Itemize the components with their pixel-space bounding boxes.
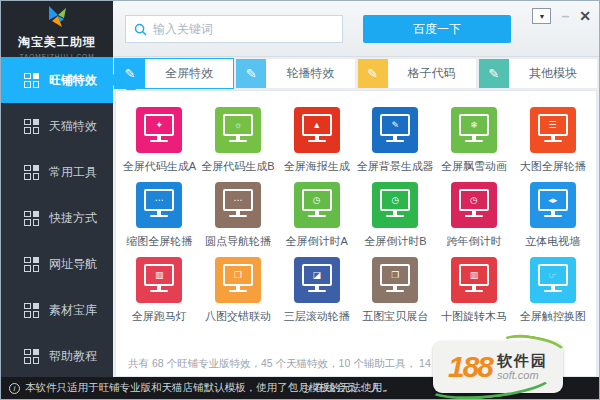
monitor-icon: ☞ [538,264,568,286]
app-icon: ▲ [294,107,340,153]
app-window: 淘宝美工助理 TAOMEIZHULI.COM 百度一下 ▼ – ✕ 旺铺特效 [0,0,600,400]
app-item[interactable]: ⋯ 圆点导航轮播 [199,182,278,257]
app-item[interactable]: ▥ 十图旋转木马 [435,257,514,332]
skin-menu-button[interactable]: ▼ [532,8,551,24]
sidebar-item[interactable]: 天猫特效 [1,103,113,149]
app-item[interactable]: ▲ 全屏海报生成 [277,107,356,182]
app-item[interactable]: ◂▸ 立体电视墙 [513,182,592,257]
app-item-label: 大图全屏轮播 [513,159,592,174]
search-input[interactable] [153,22,334,36]
sidebar-item[interactable]: 旺铺特效 [1,57,113,103]
online-members-status: ◷ 在线会员： 人， [301,381,391,395]
site-watermark: 188 软件园 soft.com [433,341,563,393]
tab[interactable]: ✎ 其他模块 [479,59,597,88]
clock-icon: ◷ [301,382,310,394]
info-icon: i [9,383,20,394]
close-button[interactable]: ✕ [579,8,591,24]
monitor-icon: ◂▸ [538,189,568,211]
baidu-search-button[interactable]: 百度一下 [363,15,511,43]
minimize-button[interactable]: – [561,11,569,21]
app-icon: ❐ [215,257,261,303]
app-item-label: 全屏触控换图 [513,309,592,324]
monitor-icon: ◷ [302,189,332,211]
grid-icon [24,349,39,364]
app-icon: ⋯ [136,182,182,228]
monitor-icon: ⋯ [223,189,253,211]
tab[interactable]: ✎ 全屏特效 [115,59,233,88]
app-item[interactable]: ❄ 全屏飘雪动画 [435,107,514,182]
grid-icon [24,257,39,272]
monitor-icon: ◷ [459,189,489,211]
grid-icon [24,211,39,226]
app-item[interactable]: ☰ 大图全屏轮播 [513,107,592,182]
tab-label: 全屏特效 [145,59,233,88]
app-item-label: 立体电视墙 [513,234,592,249]
monitor-icon: ◪ [302,264,332,286]
app-item[interactable]: ◷ 全屏倒计时B [356,182,435,257]
app-item[interactable]: ▥ 全屏跑马灯 [120,257,199,332]
app-icon: ◷ [372,182,418,228]
window-controls: ▼ – ✕ [532,8,591,24]
app-item[interactable]: ✎ 全屏背景生成器 [356,107,435,182]
app-item[interactable]: ◷ 跨年倒计时 [435,182,514,257]
app-item-label: 五图宝贝展台 [356,309,435,324]
monitor-icon: ▥ [459,264,489,286]
app-item-label: 全屏飘雪动画 [435,159,514,174]
app-item[interactable]: ◷ 全屏倒计时A [277,182,356,257]
app-item-label: 八图交错联动 [199,309,278,324]
app-icon: ❄ [451,107,497,153]
app-icon: ◂▸ [530,182,576,228]
app-item-label: 十图旋转木马 [435,309,514,324]
app-item-label: 全屏跑马灯 [120,309,199,324]
sidebar-nav: 旺铺特效 天猫特效 常用工具 快捷方式 网址导航 [1,57,113,377]
app-item-label: 缩图全屏轮播 [120,234,199,249]
app-item-label: 全屏代码生成B [199,159,278,174]
online-members-text: 在线会员： 人， [315,381,391,395]
app-item-label: 全屏海报生成 [277,159,356,174]
sidebar-item-label: 快捷方式 [49,210,97,227]
sidebar-item-label: 帮助教程 [49,348,97,365]
app-item[interactable]: ☼ 全屏代码生成B [199,107,278,182]
app-item[interactable]: ✦ 全屏代码生成A [120,107,199,182]
app-item[interactable]: ❐ 五图宝贝展台 [356,257,435,332]
search-box [125,15,343,43]
app-icon: ▥ [451,257,497,303]
app-item-label: 全屏倒计时B [356,234,435,249]
monitor-icon: ◷ [380,189,410,211]
monitor-icon: ❐ [380,264,410,286]
grid-icon [24,119,39,134]
app-item[interactable]: ⋯ 缩图全屏轮播 [120,182,199,257]
monitor-icon: ❐ [223,264,253,286]
main-area: ✎ 全屏特效 ✎ 轮播特效 ✎ 格子代码 ✎ 其他模块 [113,57,599,377]
app-icon: ✎ [372,107,418,153]
app-icon: ☰ [530,107,576,153]
app-icon: ▥ [136,257,182,303]
sidebar-item-label: 常用工具 [49,164,97,181]
sidebar-item-label: 网址导航 [49,256,97,273]
monitor-icon: ✎ [380,114,410,136]
app-icon: ◷ [451,182,497,228]
app-item-label: 全屏代码生成A [120,159,199,174]
sidebar-item[interactable]: 素材宝库 [1,287,113,333]
sidebar-item[interactable]: 网址导航 [1,241,113,287]
app-item[interactable]: ❐ 八图交错联动 [199,257,278,332]
app-item[interactable]: ◪ 三层滚动轮播 [277,257,356,332]
app-item-label: 全屏倒计时A [277,234,356,249]
tab-label: 轮播特效 [266,59,354,88]
logo-mark-icon [42,5,72,29]
app-icon: ☞ [530,257,576,303]
sidebar-item-label: 素材宝库 [49,302,97,319]
title-bar: 淘宝美工助理 TAOMEIZHULI.COM 百度一下 ▼ – ✕ [1,1,599,57]
app-icon: ◪ [294,257,340,303]
app-item-label: 三层滚动轮播 [277,309,356,324]
sidebar-item[interactable]: 帮助教程 [1,333,113,379]
app-logo: 淘宝美工助理 TAOMEIZHULI.COM [1,1,113,57]
sidebar-item[interactable]: 快捷方式 [1,195,113,241]
edit-icon: ✎ [115,59,145,88]
tab[interactable]: ✎ 轮播特效 [236,59,354,88]
tab[interactable]: ✎ 格子代码 [358,59,476,88]
app-icon: ✦ [136,107,182,153]
app-item-label: 全屏背景生成器 [356,159,435,174]
app-item[interactable]: ☞ 全屏触控换图 [513,257,592,332]
sidebar-item[interactable]: 常用工具 [1,149,113,195]
